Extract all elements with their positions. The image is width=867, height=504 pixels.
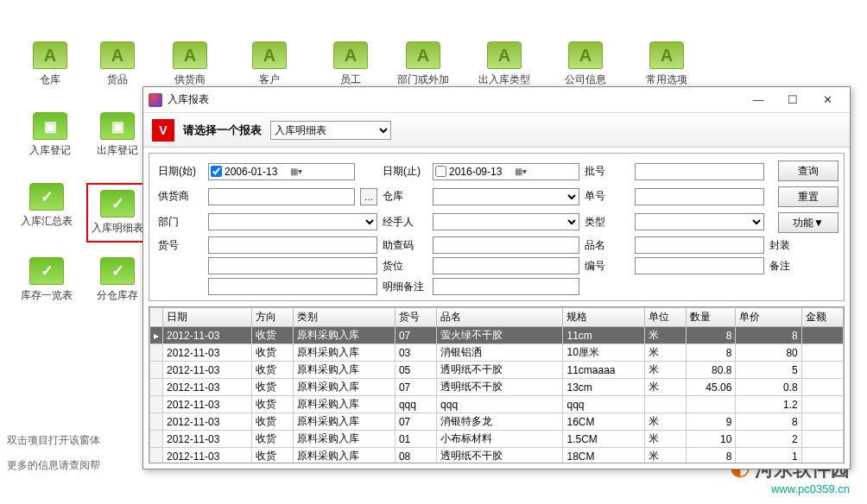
minimize-button[interactable]: — [741,88,775,112]
detail-remark-input[interactable] [433,278,579,295]
date-from-label: 日期(始) [158,164,203,179]
icon-label: 入库明细表 [88,221,147,236]
icon-label: 部门或外加 [392,72,454,87]
close-button[interactable]: ✕ [810,88,845,112]
desktop-icon-dept[interactable]: 部门或外加 [392,41,454,87]
handler-label: 经手人 [383,215,427,230]
icon-label: 客户 [238,72,301,87]
col-header[interactable]: 方向 [251,308,293,327]
desktop-icon-supplier[interactable]: 供货商 [159,41,221,87]
folder-icon [100,190,135,217]
date-from-check[interactable] [211,166,222,177]
dept-select[interactable] [208,213,377,230]
col-header[interactable]: 日期 [163,308,252,327]
col-header[interactable]: 规格 [563,308,645,327]
supplier-picker[interactable]: … [360,188,377,205]
calendar-icon[interactable]: ▦▾ [290,167,353,176]
calendar-icon[interactable]: ▦▾ [515,167,578,176]
batch-input[interactable] [635,163,764,180]
desktop-icon-warehouse[interactable]: 仓库 [19,41,81,87]
desktop-icon-customer[interactable]: 客户 [238,41,301,87]
col-header[interactable]: 单位 [645,308,687,327]
desktop-icon-inout-type[interactable]: 出入库类型 [473,41,535,87]
col-header[interactable]: 金额 [801,308,843,327]
pack-label: 封装 [769,238,839,253]
mnemonic-input[interactable] [433,236,579,254]
desktop-icon-stock-list[interactable]: 库存一览表 [16,257,78,303]
table-row[interactable]: ▸2012-11-03收货原料采购入库07萤火绿不干胶11cm米88 [150,327,844,344]
date-to-label: 日期(止) [383,164,427,179]
icon-label: 货品 [86,72,149,87]
icon-label: 供货商 [159,72,221,87]
icon-label: 公司信息 [554,72,617,87]
desktop-icon-goods[interactable]: 货品 [86,41,149,87]
hint-1: 双击项目打开该窗体 [7,433,100,448]
desktop-icon-staff[interactable]: 员工 [320,41,382,87]
table-row[interactable]: 2012-11-03收货原料采购入库08透明纸不干胶18CM米81 [150,448,844,464]
itemno-input[interactable] [208,236,377,254]
folder-icon [333,41,368,69]
report-dialog: 入库报表 — ☐ ✕ V 请选择一个报表 入库明细表 日期(始) 2006-01… [142,86,851,469]
order-input[interactable] [635,188,764,205]
desktop-icon-in-detail[interactable]: 入库明细表 [86,183,149,243]
titlebar[interactable]: 入库报表 — ☐ ✕ [143,87,850,113]
folder-icon [100,112,135,140]
hints: 双击项目打开该窗体 更多的信息请查阅帮 [7,423,100,473]
desktop-icon-branch-stock[interactable]: 分仓库存 [86,257,149,303]
icon-label: 库存一览表 [16,288,78,303]
supplier-input[interactable] [208,188,355,205]
folder-icon [33,112,67,140]
desktop-icon-company[interactable]: 公司信息 [554,41,617,87]
table-row[interactable]: 2012-11-03收货原料采购入库03消银铝洒10厘米米880 [150,344,844,362]
loc-label: 货位 [383,259,427,274]
filter-panel: 日期(始) 2006-01-13▦▾ 日期(止) 2016-09-13▦▾ 批号… [149,153,845,301]
icon-label: 员工 [320,72,382,87]
loc-input[interactable] [433,257,579,274]
report-select[interactable]: 入库明细表 [270,121,391,140]
logo-icon: V [152,119,174,142]
pack-input[interactable] [208,257,377,274]
warehouse-select[interactable] [433,188,579,205]
maximize-button[interactable]: ☐ [775,88,810,112]
detail-remark-label: 明细备注 [383,280,427,294]
data-grid[interactable]: 日期方向类别货号品名规格单位数量单价金额 ▸2012-11-03收货原料采购入库… [149,306,845,463]
name-input[interactable] [635,236,764,254]
folder-icon [33,41,67,69]
desktop-icon-in-reg[interactable]: 入库登记 [19,112,81,158]
icon-label: 入库汇总表 [16,214,78,229]
date-to-check[interactable] [435,166,446,177]
folder-icon [29,183,64,211]
query-button[interactable]: 查询 [778,161,839,181]
app-icon [149,93,162,107]
type-select[interactable] [635,213,764,230]
desktop-icon-in-summary[interactable]: 入库汇总表 [16,183,78,229]
col-header[interactable]: 数量 [687,308,736,327]
col-header[interactable]: 品名 [437,308,563,327]
folder-icon [100,41,135,69]
code-label: 编号 [585,259,630,274]
handler-select[interactable] [433,213,579,230]
icon-label: 仓库 [19,72,81,87]
table-row[interactable]: 2012-11-03收货原料采购入库01小布标材料1.5CM米102 [150,431,844,448]
col-header[interactable]: 单价 [736,308,801,327]
table-row[interactable]: 2012-11-03收货原料采购入库qqqqqqqqq1.2 [150,396,844,413]
remark-input[interactable] [208,278,377,295]
date-to-input[interactable]: 2016-09-13▦▾ [433,163,579,180]
date-from-input[interactable]: 2006-01-13▦▾ [208,163,355,180]
icon-label: 分仓库存 [86,288,149,303]
col-header[interactable]: 货号 [395,308,436,327]
desktop-icon-out-reg[interactable]: 出库登记 [86,112,149,158]
table-row[interactable]: 2012-11-03收货原料采购入库07消银特多龙16CM米98 [150,413,844,431]
function-button[interactable]: 功能▼ [778,212,839,233]
itemno-label: 货号 [158,238,203,253]
table-row[interactable]: 2012-11-03收货原料采购入库07透明纸不干胶13cm米45.060.8 [150,379,844,396]
desktop-icon-options[interactable]: 常用选项 [636,41,698,87]
supplier-label: 供货商 [158,189,203,204]
code-input[interactable] [635,257,764,274]
table-row[interactable]: 2012-11-03收货原料采购入库05透明纸不干胶11cmaaaa米80.85 [150,362,844,379]
warehouse-label: 仓库 [383,189,427,204]
icon-label: 常用选项 [636,72,698,87]
col-header[interactable]: 类别 [293,308,395,327]
reset-button[interactable]: 重置 [778,186,839,207]
remark-label: 备注 [769,259,839,274]
